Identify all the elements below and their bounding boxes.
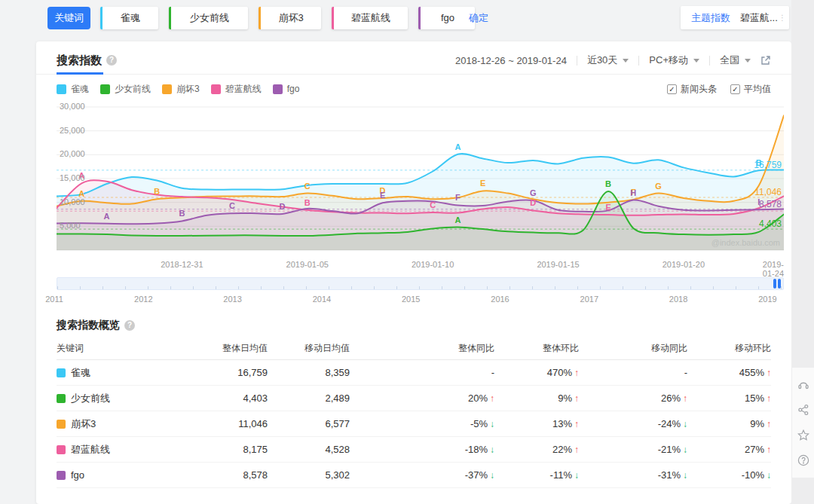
slider-handle-right[interactable]	[778, 279, 781, 289]
arrow-up-icon: ↑	[767, 393, 771, 404]
topic-index-link[interactable]: 主题指数	[691, 11, 730, 25]
value-cell: -11%↓	[494, 469, 579, 481]
y-axis-label: 25,000	[60, 126, 85, 135]
value-cell: 8,359	[268, 367, 350, 378]
legend-item[interactable]: 崩坏3	[162, 83, 200, 96]
keyword-chip[interactable]: 雀魂	[100, 7, 158, 29]
active-tab-underline	[57, 72, 103, 75]
search-index-chart[interactable]: ABABABCDEFGABCDEABCDEFGHI16,75911,0468,5…	[57, 105, 784, 252]
divider	[577, 56, 577, 66]
help-circle-icon[interactable]: ?	[106, 55, 117, 66]
value-cell: 2,489	[268, 393, 350, 404]
news-marker: F	[455, 193, 461, 202]
value-cell: 470%↑	[494, 367, 579, 378]
keyword-cell[interactable]: 雀魂	[57, 366, 177, 380]
value-cell: 11,046	[177, 418, 268, 429]
timeline-year-label: 2016	[491, 295, 509, 304]
external-link-icon[interactable]	[760, 55, 771, 66]
keyword-chip[interactable]: fgo	[418, 7, 475, 29]
keyword-cell[interactable]: 崩坏3	[57, 417, 177, 431]
slider-handle-left[interactable]	[773, 279, 776, 289]
legend-item[interactable]: 少女前线	[100, 83, 151, 96]
divider	[36, 74, 791, 75]
help-icon[interactable]	[797, 454, 810, 467]
date-range-label: 2018-12-26 ~ 2019-01-24	[455, 55, 567, 66]
keyword-cell[interactable]: 少女前线	[57, 392, 177, 405]
share-icon[interactable]	[797, 403, 810, 417]
y-axis-label: 10,000	[60, 197, 85, 206]
value-cell: -	[350, 367, 494, 378]
column-header: 整体同比	[350, 342, 494, 355]
arrow-up-icon: ↑	[767, 419, 771, 429]
keyword-chip[interactable]: 少女前线	[169, 7, 248, 29]
news-marker: B	[179, 209, 185, 218]
y-axis-label: 15,000	[60, 173, 85, 182]
help-circle-icon[interactable]: ?	[124, 320, 135, 331]
keyword-color-swatch	[57, 368, 66, 377]
value-cell: 27%↑	[687, 444, 771, 455]
news-marker: G	[655, 182, 662, 191]
legend-color-swatch	[211, 84, 221, 94]
x-axis-label: 2019-01-24	[763, 260, 784, 278]
y-axis-label: 20,000	[60, 149, 85, 158]
news-marker: E	[605, 203, 610, 212]
value-cell: -18%↓	[350, 444, 494, 455]
value-cell: -37%↓	[350, 469, 494, 481]
timeline-year-label: 2012	[134, 295, 152, 304]
legend-item[interactable]: 碧蓝航线	[211, 83, 262, 96]
section-title-overview: 搜索指数概览 ?	[57, 319, 135, 332]
topic-keyword-label: 碧蓝航...	[740, 11, 778, 25]
value-cell: 16,759	[177, 367, 268, 378]
legend-color-swatch	[162, 84, 172, 94]
keyword-cell[interactable]: fgo	[57, 469, 177, 481]
platform-select[interactable]: PC+移动	[649, 53, 699, 67]
keyword-bar: 关键词 雀魂少女前线崩坏3碧蓝航线fgo 确定 主题指数 碧蓝航... ⋮	[0, 0, 814, 41]
arrow-up-icon: ↑	[767, 368, 771, 378]
keyword-chip[interactable]: 碧蓝航线	[332, 7, 408, 29]
timeline-year-label: 2011	[45, 295, 63, 304]
value-cell: -31%↓	[579, 469, 687, 481]
table-row: 崩坏311,0466,577-5%↓13%↑-24%↓9%↑	[57, 411, 771, 437]
region-select[interactable]: 全国	[720, 53, 751, 67]
table-row: 碧蓝航线8,1754,528-18%↓22%↑-21%↓27%↑	[57, 437, 771, 463]
keyword-chip[interactable]: 崩坏3	[259, 7, 321, 29]
keyword-color-swatch	[57, 445, 66, 454]
average-checkbox[interactable]: ✓ 平均值	[730, 83, 771, 96]
value-cell: 6,577	[268, 418, 350, 429]
value-cell: 22%↑	[494, 444, 579, 455]
news-headlines-checkbox[interactable]: ✓ 新闻头条	[667, 83, 717, 96]
star-icon[interactable]	[797, 429, 810, 442]
table-row: 雀魂16,7598,359-470%↑-455%↑	[57, 360, 771, 386]
value-cell: 13%↑	[494, 418, 579, 429]
column-header: 移动同比	[579, 342, 687, 355]
timeline-slider[interactable]	[57, 277, 784, 290]
legend-item[interactable]: 雀魂	[57, 83, 89, 96]
x-axis-label: 2019-01-20	[663, 260, 705, 269]
divider	[709, 56, 710, 66]
timeline-year-label: 2017	[580, 295, 598, 304]
value-cell: 8,175	[177, 444, 268, 455]
timeline-year-label: 2018	[669, 295, 687, 304]
time-range-select[interactable]: 近30天	[587, 53, 629, 67]
confirm-button[interactable]: 确定	[469, 7, 488, 29]
news-marker: B	[605, 179, 611, 188]
value-cell: 26%↑	[579, 393, 687, 404]
headset-icon[interactable]	[797, 378, 810, 392]
checkbox-checked-icon: ✓	[730, 84, 740, 94]
news-marker: C	[304, 182, 311, 191]
column-header: 关键词	[57, 342, 177, 355]
news-marker: E	[480, 179, 485, 188]
timeline-year-label: 2015	[402, 295, 420, 304]
keyword-color-swatch	[57, 394, 66, 403]
keyword-cell[interactable]: 碧蓝航线	[57, 443, 177, 457]
x-axis-label: 2018-12-31	[161, 260, 203, 269]
legend-item[interactable]: fgo	[273, 83, 300, 96]
caret-down-icon	[693, 59, 699, 63]
value-cell: 5,302	[268, 469, 350, 481]
news-marker: B	[154, 187, 160, 196]
search-index-card: 搜索指数 ? 2018-12-26 ~ 2019-01-24 近30天 PC+移…	[36, 41, 791, 504]
keyword-button[interactable]: 关键词	[47, 7, 90, 29]
table-row: 少女前线4,4032,48920%↑9%↑26%↑15%↑	[57, 386, 771, 411]
topic-index-box[interactable]: 主题指数 碧蓝航... ⋮	[681, 6, 789, 29]
divider	[638, 56, 639, 66]
